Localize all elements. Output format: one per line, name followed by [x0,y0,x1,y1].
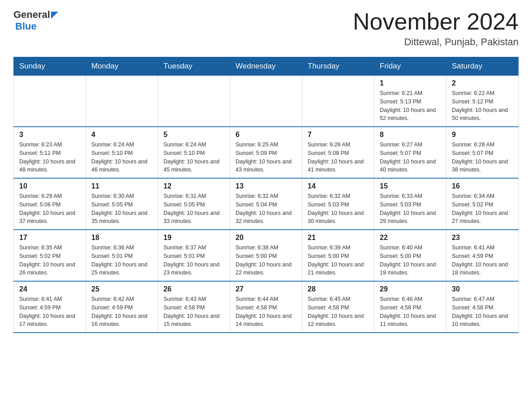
month-title: November 2024 [353,9,519,34]
day-info: Sunrise: 6:23 AMSunset: 5:11 PMDaylight:… [19,141,80,174]
day-number: 7 [308,131,369,139]
calendar-body: 1Sunrise: 6:21 AMSunset: 5:13 PMDaylight… [14,76,519,333]
calendar-cell [14,76,86,127]
day-number: 3 [19,131,80,139]
calendar-week-4: 17Sunrise: 6:35 AMSunset: 5:02 PMDayligh… [14,230,519,281]
calendar-cell: 16Sunrise: 6:34 AMSunset: 5:02 PMDayligh… [446,178,519,230]
location-text: Dittewal, Punjab, Pakistan [353,36,519,48]
day-number: 25 [91,285,152,293]
day-header-tuesday: Tuesday [158,57,230,76]
logo-blue-text: Blue [13,21,58,32]
logo: General Blue [13,9,58,32]
calendar-cell: 24Sunrise: 6:41 AMSunset: 4:59 PMDayligh… [14,281,86,333]
day-info: Sunrise: 6:22 AMSunset: 5:12 PMDaylight:… [452,89,513,123]
calendar-cell: 21Sunrise: 6:39 AMSunset: 5:00 PMDayligh… [302,230,374,281]
day-info: Sunrise: 6:25 AMSunset: 5:09 PMDaylight:… [236,141,296,174]
day-number: 28 [308,285,369,293]
day-header-monday: Monday [86,57,158,76]
calendar-cell: 27Sunrise: 6:44 AMSunset: 4:58 PMDayligh… [230,281,302,333]
calendar-cell: 4Sunrise: 6:24 AMSunset: 5:10 PMDaylight… [86,127,158,178]
calendar-cell: 9Sunrise: 6:28 AMSunset: 5:07 PMDaylight… [446,127,519,178]
day-info: Sunrise: 6:35 AMSunset: 5:02 PMDaylight:… [19,244,80,277]
day-info: Sunrise: 6:44 AMSunset: 4:58 PMDaylight:… [236,295,296,329]
day-info: Sunrise: 6:26 AMSunset: 5:08 PMDaylight:… [308,141,369,174]
calendar-cell: 7Sunrise: 6:26 AMSunset: 5:08 PMDaylight… [302,127,374,178]
logo-triangle-icon [51,12,58,19]
day-info: Sunrise: 6:40 AMSunset: 5:00 PMDaylight:… [380,244,441,277]
calendar-cell: 26Sunrise: 6:43 AMSunset: 4:58 PMDayligh… [158,281,230,333]
calendar-cell: 20Sunrise: 6:38 AMSunset: 5:00 PMDayligh… [230,230,302,281]
day-info: Sunrise: 6:32 AMSunset: 5:04 PMDaylight:… [236,192,296,226]
calendar-cell [302,76,374,127]
page-header: General Blue November 2024 Dittewal, Pun… [13,9,519,48]
day-number: 8 [380,131,441,139]
calendar-table: SundayMondayTuesdayWednesdayThursdayFrid… [13,57,519,333]
day-info: Sunrise: 6:41 AMSunset: 4:59 PMDaylight:… [452,244,513,277]
calendar-cell: 30Sunrise: 6:47 AMSunset: 4:58 PMDayligh… [446,281,519,333]
day-info: Sunrise: 6:30 AMSunset: 5:05 PMDaylight:… [91,192,152,226]
day-number: 26 [163,285,224,293]
calendar-cell: 19Sunrise: 6:37 AMSunset: 5:01 PMDayligh… [158,230,230,281]
day-info: Sunrise: 6:34 AMSunset: 5:02 PMDaylight:… [452,192,513,226]
day-number: 14 [308,182,369,190]
day-number: 17 [19,234,80,242]
calendar-cell: 12Sunrise: 6:31 AMSunset: 5:05 PMDayligh… [158,178,230,230]
days-of-week-row: SundayMondayTuesdayWednesdayThursdayFrid… [14,57,519,76]
day-number: 12 [163,182,224,190]
calendar-cell [86,76,158,127]
calendar-cell: 25Sunrise: 6:42 AMSunset: 4:59 PMDayligh… [86,281,158,333]
day-number: 22 [380,234,441,242]
day-number: 27 [236,285,296,293]
day-info: Sunrise: 6:45 AMSunset: 4:58 PMDaylight:… [308,295,369,329]
calendar-cell: 10Sunrise: 6:29 AMSunset: 5:06 PMDayligh… [14,178,86,230]
day-number: 15 [380,182,441,190]
calendar-week-1: 1Sunrise: 6:21 AMSunset: 5:13 PMDaylight… [14,76,519,127]
day-header-thursday: Thursday [302,57,374,76]
calendar-week-5: 24Sunrise: 6:41 AMSunset: 4:59 PMDayligh… [14,281,519,333]
day-info: Sunrise: 6:41 AMSunset: 4:59 PMDaylight:… [19,295,80,329]
calendar-cell: 11Sunrise: 6:30 AMSunset: 5:05 PMDayligh… [86,178,158,230]
day-number: 29 [380,285,441,293]
day-number: 9 [452,131,513,139]
calendar-week-3: 10Sunrise: 6:29 AMSunset: 5:06 PMDayligh… [14,178,519,230]
calendar-cell: 13Sunrise: 6:32 AMSunset: 5:04 PMDayligh… [230,178,302,230]
day-info: Sunrise: 6:21 AMSunset: 5:13 PMDaylight:… [380,89,441,123]
day-info: Sunrise: 6:46 AMSunset: 4:58 PMDaylight:… [380,295,441,329]
calendar-week-2: 3Sunrise: 6:23 AMSunset: 5:11 PMDaylight… [14,127,519,178]
day-info: Sunrise: 6:29 AMSunset: 5:06 PMDaylight:… [19,192,80,226]
calendar-cell: 15Sunrise: 6:33 AMSunset: 5:03 PMDayligh… [374,178,446,230]
day-header-sunday: Sunday [14,57,86,76]
day-number: 13 [236,182,296,190]
day-info: Sunrise: 6:31 AMSunset: 5:05 PMDaylight:… [163,192,224,226]
day-header-saturday: Saturday [446,57,519,76]
day-number: 21 [308,234,369,242]
day-info: Sunrise: 6:32 AMSunset: 5:03 PMDaylight:… [308,192,369,226]
calendar-header: SundayMondayTuesdayWednesdayThursdayFrid… [14,57,519,76]
logo-general-text: General [13,9,50,21]
day-header-wednesday: Wednesday [230,57,302,76]
calendar-cell: 1Sunrise: 6:21 AMSunset: 5:13 PMDaylight… [374,76,446,127]
calendar-cell: 3Sunrise: 6:23 AMSunset: 5:11 PMDaylight… [14,127,86,178]
calendar-cell: 29Sunrise: 6:46 AMSunset: 4:58 PMDayligh… [374,281,446,333]
day-number: 4 [91,131,152,139]
day-info: Sunrise: 6:27 AMSunset: 5:07 PMDaylight:… [380,141,441,174]
day-info: Sunrise: 6:43 AMSunset: 4:58 PMDaylight:… [163,295,224,329]
day-info: Sunrise: 6:38 AMSunset: 5:00 PMDaylight:… [236,244,296,277]
calendar-cell: 28Sunrise: 6:45 AMSunset: 4:58 PMDayligh… [302,281,374,333]
calendar-cell: 2Sunrise: 6:22 AMSunset: 5:12 PMDaylight… [446,76,519,127]
calendar-cell: 18Sunrise: 6:36 AMSunset: 5:01 PMDayligh… [86,230,158,281]
calendar-cell: 5Sunrise: 6:24 AMSunset: 5:10 PMDaylight… [158,127,230,178]
day-info: Sunrise: 6:36 AMSunset: 5:01 PMDaylight:… [91,244,152,277]
calendar-cell: 6Sunrise: 6:25 AMSunset: 5:09 PMDaylight… [230,127,302,178]
calendar-cell: 22Sunrise: 6:40 AMSunset: 5:00 PMDayligh… [374,230,446,281]
calendar-cell [158,76,230,127]
day-number: 20 [236,234,296,242]
day-number: 2 [452,79,513,87]
day-info: Sunrise: 6:33 AMSunset: 5:03 PMDaylight:… [380,192,441,226]
day-number: 5 [163,131,224,139]
day-number: 1 [380,79,441,87]
day-number: 16 [452,182,513,190]
day-number: 6 [236,131,296,139]
day-info: Sunrise: 6:24 AMSunset: 5:10 PMDaylight:… [91,141,152,174]
title-block: November 2024 Dittewal, Punjab, Pakistan [353,9,519,48]
